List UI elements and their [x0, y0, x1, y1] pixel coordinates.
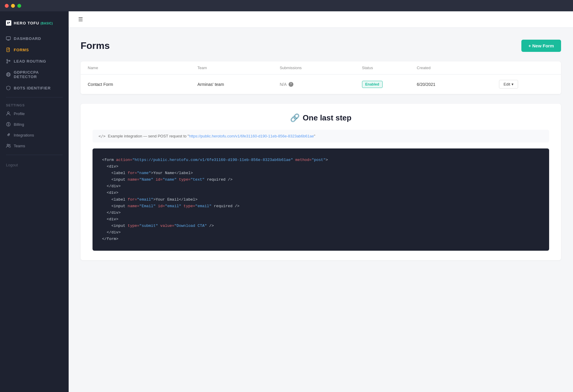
svg-point-20 — [9, 144, 10, 145]
svg-point-10 — [7, 62, 8, 63]
sidebar-divider-1 — [6, 97, 63, 97]
users-icon — [6, 143, 11, 148]
sidebar: HERO TOFU (BASIC) DASHBOARD — [0, 11, 69, 392]
submissions-help-icon[interactable]: ? — [289, 82, 293, 87]
col-status: Status — [362, 66, 417, 70]
sidebar-item-teams[interactable]: Teams — [0, 140, 69, 151]
hamburger-icon[interactable]: ☰ — [78, 16, 83, 23]
svg-rect-3 — [6, 37, 10, 40]
row-created: 6/20/2021 — [417, 82, 499, 87]
sidebar-item-bots[interactable]: BOTS IDENTIFIER — [0, 82, 69, 94]
col-name: Name — [88, 66, 198, 70]
sidebar-nav: DASHBOARD FORMS — [0, 33, 69, 386]
close-button[interactable] — [5, 4, 9, 8]
svg-point-16 — [7, 112, 9, 114]
monitor-icon — [6, 36, 11, 41]
logo-name: HERO TOFU — [14, 21, 39, 25]
traffic-lights — [5, 4, 21, 8]
svg-text:$: $ — [7, 123, 9, 126]
row-team: Arminas' team — [198, 82, 280, 87]
link-icon: 🔗 — [290, 113, 300, 123]
lead-routing-label: LEAD ROUTING — [14, 59, 46, 63]
col-action — [499, 66, 554, 70]
content-area: Forms + New Form Name Team Submissions S… — [69, 28, 573, 392]
row-submissions: N/A ? — [280, 82, 362, 87]
svg-point-19 — [7, 144, 9, 146]
col-team: Team — [198, 66, 280, 70]
svg-rect-2 — [9, 22, 10, 23]
code-icon: </> — [98, 134, 105, 138]
chevron-down-icon: ▾ — [512, 82, 514, 86]
svg-point-9 — [7, 59, 8, 61]
sidebar-item-dashboard[interactable]: DASHBOARD — [0, 33, 69, 44]
dashboard-label: DASHBOARD — [14, 36, 41, 41]
settings-icon — [6, 133, 11, 137]
table-row: Contact Form Arminas' team N/A ? Enabled… — [81, 75, 561, 94]
sidebar-item-lead-routing[interactable]: LEAD ROUTING — [0, 55, 69, 67]
sidebar-item-gdpr[interactable]: GDPR/CCPA DETECTOR — [0, 67, 69, 82]
app-container: HERO TOFU (BASIC) DASHBOARD — [0, 11, 573, 392]
row-name: Contact Form — [88, 82, 198, 87]
file-icon — [6, 47, 11, 52]
row-action: Edit ▾ — [499, 80, 554, 89]
sidebar-item-profile[interactable]: Profile — [0, 108, 69, 119]
example-note: </> Example integration — send POST requ… — [93, 130, 549, 142]
window-chrome — [0, 0, 573, 11]
dollar-icon: $ — [6, 122, 11, 127]
sidebar-item-billing[interactable]: $ Billing — [0, 119, 69, 130]
logo-icon — [6, 20, 11, 26]
teams-label: Teams — [14, 144, 25, 148]
integrations-label: Integrations — [14, 133, 34, 137]
billing-label: Billing — [14, 122, 24, 127]
example-url-link[interactable]: https://public.herotofu.com/v1/6fe31160-… — [189, 134, 314, 138]
svg-point-12 — [7, 73, 10, 77]
code-block: <form action="https://public.herotofu.co… — [93, 148, 549, 251]
forms-label: FORMS — [14, 48, 29, 52]
settings-section-label: SETTINGS — [0, 101, 69, 108]
logout-button[interactable]: Logout — [6, 163, 18, 167]
col-submissions: Submissions — [280, 66, 362, 70]
table-header: Name Team Submissions Status Created — [81, 61, 561, 75]
row-status: Enabled — [362, 81, 417, 88]
sidebar-divider-2 — [6, 155, 63, 155]
svg-point-13 — [7, 73, 9, 77]
forms-table: Name Team Submissions Status Created Con… — [81, 61, 561, 94]
profile-label: Profile — [14, 111, 25, 116]
sidebar-footer: Logout — [0, 159, 69, 171]
svg-rect-0 — [7, 21, 11, 25]
one-last-step-section: 🔗 One last step </> Example integration … — [81, 104, 561, 260]
status-badge: Enabled — [362, 81, 383, 88]
minimize-button[interactable] — [11, 4, 15, 8]
user-icon — [6, 111, 11, 116]
globe-icon — [6, 72, 11, 77]
col-created: Created — [417, 66, 499, 70]
step-title: 🔗 One last step — [93, 113, 549, 123]
sidebar-item-forms[interactable]: FORMS — [0, 44, 69, 55]
shield-icon — [6, 86, 11, 90]
bots-label: BOTS IDENTIFIER — [14, 86, 51, 90]
logo-badge: (BASIC) — [41, 22, 53, 25]
edit-button[interactable]: Edit ▾ — [499, 80, 518, 89]
maximize-button[interactable] — [17, 4, 21, 8]
page-header: Forms + New Form — [81, 40, 561, 52]
svg-rect-1 — [7, 22, 8, 24]
sidebar-item-integrations[interactable]: Integrations — [0, 130, 69, 140]
gdpr-label: GDPR/CCPA DETECTOR — [14, 70, 63, 79]
main-content: ☰ Forms + New Form Name Team Submissions… — [69, 11, 573, 392]
topbar: ☰ — [69, 11, 573, 28]
page-title: Forms — [81, 40, 110, 51]
git-branch-icon — [6, 59, 11, 63]
sidebar-logo: HERO TOFU (BASIC) — [0, 17, 69, 33]
new-form-button[interactable]: + New Form — [521, 40, 561, 52]
